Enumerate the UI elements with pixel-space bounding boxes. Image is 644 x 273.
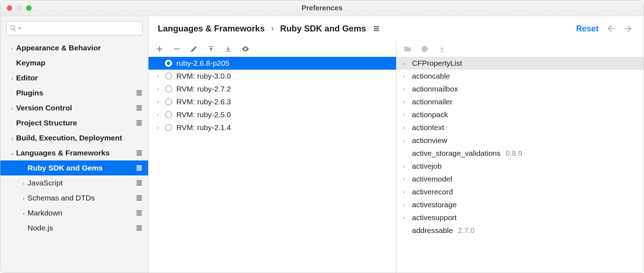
move-up-button[interactable] <box>206 44 216 54</box>
gem-name: activesupport <box>412 213 457 222</box>
sdk-radio[interactable] <box>165 111 172 118</box>
gem-row[interactable]: ›activestorage <box>396 198 644 211</box>
disclosure-icon: › <box>20 180 28 186</box>
sidebar-item[interactable]: ›JavaScript <box>0 175 148 190</box>
sidebar-item-label: JavaScript <box>28 179 135 187</box>
reset-button[interactable]: Reset <box>576 24 599 34</box>
sidebar-item[interactable]: ›Schemas and DTDs <box>0 190 148 205</box>
settings-tree: ›Appearance & BehaviorKeymap›EditorPlugi… <box>0 40 148 235</box>
forward-button[interactable] <box>623 23 634 34</box>
minimize-icon[interactable] <box>16 5 22 11</box>
sidebar-item[interactable]: ›Build, Execution, Deployment <box>0 130 148 145</box>
gems-toolbar <box>396 41 644 57</box>
sidebar-item[interactable]: ›Markdown <box>0 205 148 220</box>
breadcrumb: Languages & Frameworks › Ruby SDK and Ge… <box>148 16 644 41</box>
sdk-radio[interactable] <box>165 98 172 105</box>
sidebar-item[interactable]: ›Version Control <box>0 100 148 115</box>
sdk-label: RVM: ruby-2.5.0 <box>176 110 231 119</box>
gem-row[interactable]: ›activesupport <box>396 211 644 224</box>
disclosure-icon: › <box>401 176 407 182</box>
open-folder-button[interactable] <box>403 44 412 54</box>
gem-row[interactable]: ›actioncable <box>396 70 644 83</box>
project-scope-icon <box>135 224 143 232</box>
fullscreen-icon[interactable] <box>26 5 31 11</box>
disclosure-icon: › <box>401 99 407 105</box>
sidebar-item[interactable]: Node.js <box>0 220 148 235</box>
disclosure-icon: ⌄ <box>8 150 16 156</box>
gem-row[interactable]: ›actionpack <box>396 108 644 121</box>
gem-row[interactable]: ›addressable 2.7.0 <box>396 224 644 237</box>
edit-sdk-button[interactable] <box>189 44 199 54</box>
gem-row[interactable]: ›CFPropertyList <box>396 57 644 70</box>
sidebar-item-label: Version Control <box>16 104 135 112</box>
gem-row[interactable]: ›actionmailbox <box>396 83 644 95</box>
title-bar: Preferences <box>0 0 644 16</box>
search-dropdown-icon[interactable]: ▾ <box>19 26 21 31</box>
breadcrumb-leaf: Ruby SDK and Gems <box>280 24 366 34</box>
gem-name: actioncable <box>412 72 450 80</box>
sidebar-item[interactable]: Keymap <box>0 55 148 70</box>
sdk-row[interactable]: ›RVM: ruby-2.5.0 <box>148 108 396 121</box>
disclosure-icon: › <box>8 45 16 51</box>
sdk-radio[interactable] <box>165 60 172 67</box>
disclosure-icon: › <box>401 202 407 208</box>
project-scope-icon <box>372 25 380 33</box>
window-controls <box>7 5 31 11</box>
gem-row[interactable]: ›actionview <box>396 134 644 147</box>
sdk-row[interactable]: ›ruby-2.6.8-p205 <box>148 57 396 70</box>
sidebar-item-label: Editor <box>16 74 148 82</box>
sdk-radio[interactable] <box>165 73 172 80</box>
sdk-label: RVM: ruby-2.1.4 <box>176 123 231 132</box>
gem-row[interactable]: ›actiontext <box>396 121 644 134</box>
gem-version: 2.7.0 <box>458 226 475 235</box>
sidebar-item-label: Keymap <box>16 59 148 67</box>
gem-version: 0.8.9 <box>506 149 522 158</box>
disclosure-icon: › <box>20 195 28 201</box>
disclosure-icon: › <box>401 112 407 118</box>
sdk-row[interactable]: ›RVM: ruby-3.0.0 <box>148 70 396 83</box>
gem-row[interactable]: ›activemodel <box>396 173 644 185</box>
gem-row[interactable]: ›activerecord <box>396 185 644 198</box>
copy-path-button[interactable] <box>420 44 429 54</box>
sidebar-item-label: Project Structure <box>16 119 135 127</box>
breadcrumb-root[interactable]: Languages & Frameworks <box>158 24 265 34</box>
project-scope-icon <box>135 89 143 97</box>
sdk-radio[interactable] <box>165 85 172 93</box>
search-field[interactable] <box>23 24 139 33</box>
add-sdk-button[interactable] <box>155 44 164 54</box>
gem-row[interactable]: ›activejob <box>396 160 644 173</box>
gem-row[interactable]: ›actionmailer <box>396 95 644 108</box>
gem-row[interactable]: ›active_storage_validations 0.8.9 <box>396 147 644 160</box>
settings-content: Languages & Frameworks › Ruby SDK and Ge… <box>148 16 644 273</box>
sdk-row[interactable]: ›RVM: ruby-2.7.2 <box>148 83 396 95</box>
sidebar-item[interactable]: Plugins <box>0 85 148 100</box>
sdk-row[interactable]: ›RVM: ruby-2.6.3 <box>148 95 396 108</box>
project-scope-icon <box>135 149 143 157</box>
sidebar-item[interactable]: Ruby SDK and Gems <box>0 160 148 175</box>
sdk-toolbar <box>148 41 396 57</box>
gems-pane: ›CFPropertyList›actioncable›actionmailbo… <box>396 41 644 273</box>
sidebar-item[interactable]: ›Editor <box>0 70 148 85</box>
download-docs-button[interactable] <box>437 44 447 54</box>
search-input[interactable]: ▾ <box>6 21 142 35</box>
gem-name: actionview <box>412 136 447 145</box>
sdk-list: ›ruby-2.6.8-p205›RVM: ruby-3.0.0›RVM: ru… <box>148 57 396 273</box>
disclosure-icon: › <box>8 75 16 81</box>
sdk-radio[interactable] <box>165 124 172 131</box>
sidebar-item[interactable]: ›Appearance & Behavior <box>0 40 148 55</box>
sidebar-item[interactable]: Project Structure <box>0 115 148 130</box>
sidebar-item[interactable]: ⌄Languages & Frameworks <box>0 145 148 160</box>
gem-name: actionmailer <box>412 98 453 106</box>
move-down-button[interactable] <box>224 44 233 54</box>
disclosure-icon: › <box>401 125 407 130</box>
disclosure-icon: › <box>401 73 407 79</box>
disclosure-icon: › <box>155 112 161 118</box>
close-icon[interactable] <box>7 5 12 11</box>
sidebar-item-label: Ruby SDK and Gems <box>28 164 135 172</box>
sdk-row[interactable]: ›RVM: ruby-2.1.4 <box>148 121 396 134</box>
back-button[interactable] <box>605 23 616 34</box>
remove-sdk-button[interactable] <box>172 44 181 54</box>
disclosure-icon: › <box>401 215 407 220</box>
show-paths-button[interactable] <box>241 44 250 54</box>
project-scope-icon <box>135 104 143 112</box>
